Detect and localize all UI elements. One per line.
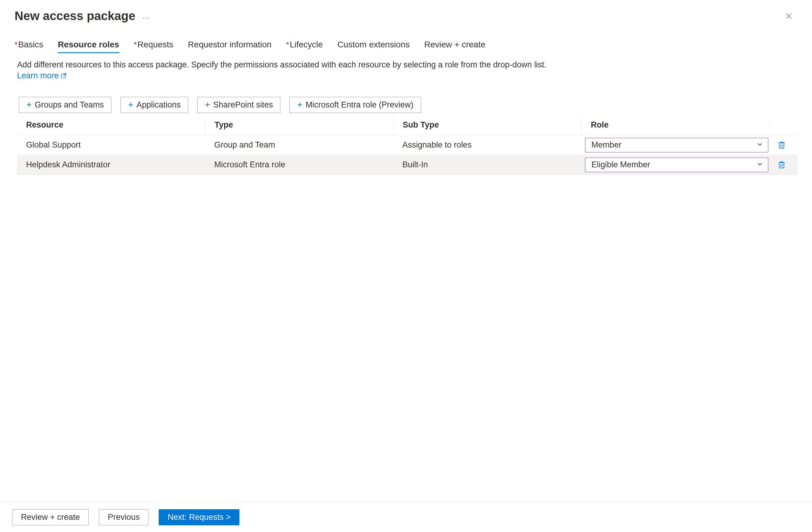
review-create-button[interactable]: Review + create: [12, 509, 89, 525]
page-description: Add different resources to this access p…: [0, 53, 564, 82]
button-label: Applications: [136, 100, 181, 110]
add-resource-actions: + Groups and Teams + Applications + Shar…: [0, 82, 812, 113]
tab-label: Requests: [137, 40, 173, 49]
plus-icon: +: [297, 100, 303, 109]
column-header-role[interactable]: Role: [581, 115, 769, 135]
wizard-tabs: *Basics Resource roles *Requests Request…: [0, 23, 812, 53]
chevron-down-icon: [756, 140, 763, 150]
tab-label: Review + create: [424, 40, 485, 49]
more-actions-button[interactable]: ···: [143, 10, 150, 22]
plus-icon: +: [205, 100, 210, 109]
tab-label: Requestor information: [188, 40, 271, 49]
wizard-footer: Review + create Previous Next: Requests …: [0, 502, 812, 532]
add-applications-button[interactable]: + Applications: [120, 97, 188, 113]
tab-label: Custom extensions: [337, 40, 410, 49]
required-marker: *: [15, 40, 18, 49]
tab-basics[interactable]: *Basics: [15, 40, 43, 53]
trash-icon: [777, 160, 786, 169]
role-select[interactable]: Eligible Member: [585, 158, 768, 172]
role-select-value: Eligible Member: [591, 160, 650, 169]
plus-icon: +: [26, 100, 32, 109]
trash-icon: [777, 141, 786, 150]
cell-subtype: Assignable to roles: [393, 136, 581, 154]
cell-resource: Global Support: [17, 136, 205, 154]
column-header-type[interactable]: Type: [205, 115, 393, 135]
chevron-down-icon: [756, 160, 763, 169]
tab-label: Basics: [18, 40, 43, 49]
learn-more-link[interactable]: Learn more: [17, 71, 67, 80]
role-select[interactable]: Member: [585, 138, 768, 152]
description-text: Add different resources to this access p…: [17, 60, 547, 69]
svg-rect-7: [780, 163, 784, 168]
cell-type: Microsoft Entra role: [205, 156, 393, 174]
column-header-actions: [769, 119, 794, 130]
previous-button[interactable]: Previous: [99, 509, 148, 525]
delete-row-button[interactable]: [769, 160, 794, 169]
cell-subtype: Built-In: [393, 156, 581, 174]
tab-requestor-information[interactable]: Requestor information: [188, 40, 271, 53]
resource-roles-table: Resource Type Sub Type Role Global Suppo…: [17, 115, 797, 175]
required-marker: *: [134, 40, 137, 49]
tab-lifecycle[interactable]: *Lifecycle: [286, 40, 323, 53]
next-button[interactable]: Next: Requests >: [159, 509, 240, 525]
svg-rect-4: [780, 143, 784, 148]
tab-review-create[interactable]: Review + create: [424, 40, 485, 53]
tab-resource-roles[interactable]: Resource roles: [58, 40, 119, 53]
tab-custom-extensions[interactable]: Custom extensions: [337, 40, 410, 53]
tab-label: Resource roles: [58, 40, 119, 49]
close-icon: [785, 12, 793, 20]
button-label: Groups and Teams: [35, 100, 104, 110]
button-label: Microsoft Entra role (Preview): [306, 100, 414, 110]
svg-line-3: [63, 73, 66, 76]
cell-resource: Helpdesk Administrator: [17, 156, 205, 174]
external-link-icon: [61, 70, 67, 81]
tab-requests[interactable]: *Requests: [134, 40, 173, 53]
add-sharepoint-sites-button[interactable]: + SharePoint sites: [197, 97, 280, 113]
button-label: SharePoint sites: [213, 100, 273, 110]
delete-row-button[interactable]: [769, 141, 794, 150]
column-header-subtype[interactable]: Sub Type: [393, 115, 581, 135]
table-row: Global Support Group and Team Assignable…: [17, 136, 797, 155]
cell-type: Group and Team: [205, 136, 393, 154]
table-row: Helpdesk Administrator Microsoft Entra r…: [17, 155, 797, 175]
role-select-value: Member: [591, 140, 621, 150]
tab-label: Lifecycle: [290, 40, 323, 49]
add-groups-teams-button[interactable]: + Groups and Teams: [19, 97, 111, 113]
add-entra-role-button[interactable]: + Microsoft Entra role (Preview): [289, 97, 421, 113]
column-header-resource[interactable]: Resource: [17, 115, 205, 135]
close-button[interactable]: [783, 10, 795, 22]
table-header-row: Resource Type Sub Type Role: [17, 115, 797, 136]
required-marker: *: [286, 40, 289, 49]
page-title: New access package: [15, 9, 135, 23]
plus-icon: +: [128, 100, 133, 109]
